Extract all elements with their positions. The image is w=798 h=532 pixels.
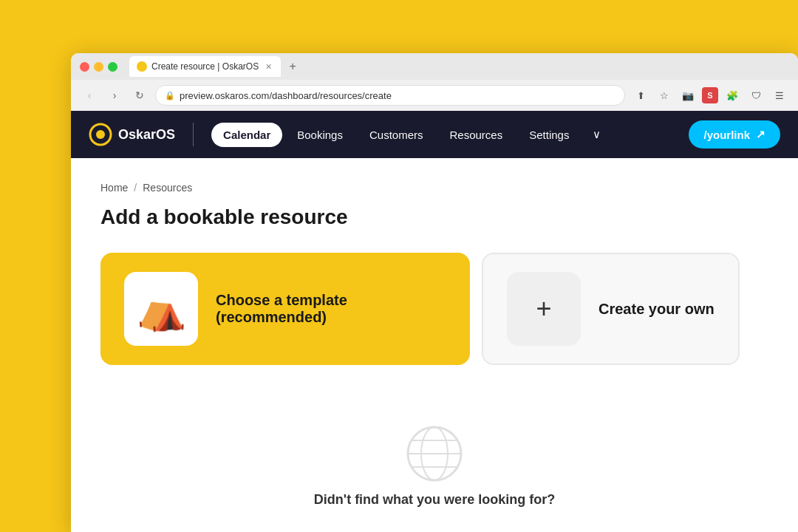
globe-icon: [405, 424, 464, 483]
traffic-lights: [80, 62, 117, 72]
bottom-section: Didn't find what you were looking for?: [100, 424, 768, 508]
template-icon-box: ⛺: [124, 272, 198, 346]
browser-toolbar: ‹ › ↻ 🔒 preview.oskaros.com/dashboard/re…: [71, 80, 798, 111]
main-content: Home / Resources Add a bookable resource…: [71, 158, 798, 531]
forward-button[interactable]: ›: [105, 86, 124, 105]
svg-point-1: [96, 130, 105, 139]
address-bar[interactable]: 🔒 preview.oskaros.com/dashboard/resource…: [155, 85, 625, 106]
page-title: Add a bookable resource: [100, 205, 768, 229]
close-button[interactable]: [80, 62, 89, 72]
tab-favicon: [137, 61, 147, 72]
template-card[interactable]: ⛺ Choose a template (recommended): [100, 253, 470, 365]
page-content: OskarOS Calendar Bookings Customers Reso…: [71, 111, 798, 532]
minimize-button[interactable]: [94, 62, 103, 72]
nav-calendar[interactable]: Calendar: [211, 123, 282, 147]
maximize-button[interactable]: [108, 62, 117, 72]
lock-icon: 🔒: [165, 91, 175, 100]
create-own-card[interactable]: + Create your own: [482, 253, 740, 365]
nav-settings[interactable]: Settings: [517, 123, 581, 147]
screenshot-icon[interactable]: 📷: [678, 86, 698, 105]
plus-icon-box: +: [507, 272, 581, 346]
share-icon[interactable]: ⬆: [631, 86, 650, 105]
refresh-button[interactable]: ↻: [130, 86, 149, 105]
chevron-down-icon: ∨: [593, 128, 601, 141]
nav-bookings[interactable]: Bookings: [285, 123, 355, 147]
tab-title: Create resource | OskarOS: [151, 61, 259, 72]
extension-icon[interactable]: S: [702, 87, 718, 103]
nav-customers[interactable]: Customers: [358, 123, 435, 147]
cards-row: ⛺ Choose a template (recommended) + Crea…: [100, 253, 768, 365]
logo-text: OskarOS: [118, 127, 175, 143]
create-own-label: Create your own: [598, 301, 715, 318]
bottom-text: Didn't find what you were looking for?: [314, 492, 555, 508]
plus-icon: +: [536, 293, 551, 324]
back-button[interactable]: ‹: [80, 86, 99, 105]
tab-close-button[interactable]: ✕: [263, 61, 273, 72]
breadcrumb-current: Resources: [143, 182, 192, 194]
yourlink-button[interactable]: /yourlink ↗: [689, 120, 780, 149]
new-tab-button[interactable]: +: [284, 58, 301, 75]
logo-area: OskarOS: [89, 123, 175, 146]
breadcrumb: Home / Resources: [100, 182, 768, 194]
forward-icon: ›: [113, 89, 117, 101]
tent-icon: ⛺: [137, 286, 186, 332]
nav-resources[interactable]: Resources: [438, 123, 515, 147]
template-label: Choose a template (recommended): [216, 292, 446, 326]
nav-more-button[interactable]: ∨: [584, 122, 610, 147]
tab-bar: Create resource | OskarOS ✕ +: [129, 56, 789, 77]
toolbar-actions: ⬆ ☆ 📷 S 🧩 🛡 ☰: [631, 86, 789, 105]
logo-icon: [89, 123, 112, 146]
breadcrumb-separator: /: [134, 182, 137, 194]
puzzle-icon[interactable]: 🧩: [723, 86, 742, 105]
breadcrumb-home[interactable]: Home: [100, 182, 128, 194]
browser-window: Create resource | OskarOS ✕ + ‹ › ↻ 🔒 pr…: [71, 53, 798, 532]
active-tab[interactable]: Create resource | OskarOS ✕: [129, 56, 281, 77]
yourlink-label: /yourlink: [703, 129, 750, 141]
nav-links: Calendar Bookings Customers Resources Se…: [211, 122, 689, 147]
refresh-icon: ↻: [135, 89, 144, 101]
bookmark-icon[interactable]: ☆: [655, 86, 674, 105]
nav-divider: [193, 123, 194, 146]
url-text: preview.oskaros.com/dashboard/resources/…: [180, 90, 392, 101]
reader-icon[interactable]: ☰: [770, 86, 789, 105]
top-nav: OskarOS Calendar Bookings Customers Reso…: [71, 111, 798, 158]
shield-icon[interactable]: 🛡: [746, 86, 765, 105]
browser-titlebar: Create resource | OskarOS ✕ +: [71, 53, 798, 80]
share-out-icon: ↗: [756, 128, 765, 141]
back-icon: ‹: [88, 89, 92, 101]
